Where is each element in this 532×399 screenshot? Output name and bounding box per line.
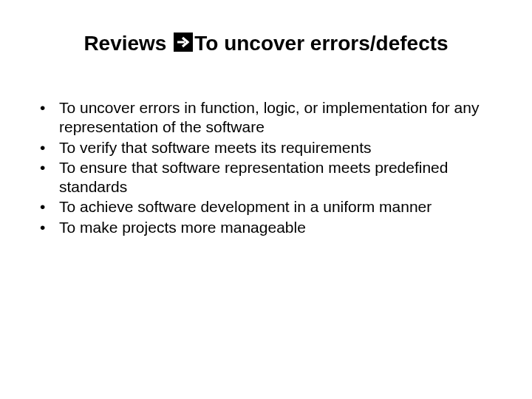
bullet-text: To uncover errors in function, logic, or… [59,99,479,135]
title-prefix: Reviews [83,32,172,55]
bullet-text: To achieve software development in a uni… [59,198,432,215]
bullet-list: To uncover errors in function, logic, or… [27,98,505,236]
title-suffix: To uncover errors/defects [194,32,448,55]
list-item: To achieve software development in a uni… [40,197,505,216]
list-item: To ensure that software representation m… [40,158,505,196]
list-item: To verify that software meets its requir… [40,138,505,157]
arrow-right-icon [174,33,193,58]
slide: Reviews To uncover errors/defects To unc… [0,0,532,399]
list-item: To uncover errors in function, logic, or… [40,98,505,136]
bullet-text: To ensure that software representation m… [59,159,448,195]
bullet-text: To verify that software meets its requir… [59,139,372,156]
bullet-text: To make projects more manageable [59,219,306,236]
list-item: To make projects more manageable [40,218,505,237]
slide-title: Reviews To uncover errors/defects [27,31,505,57]
